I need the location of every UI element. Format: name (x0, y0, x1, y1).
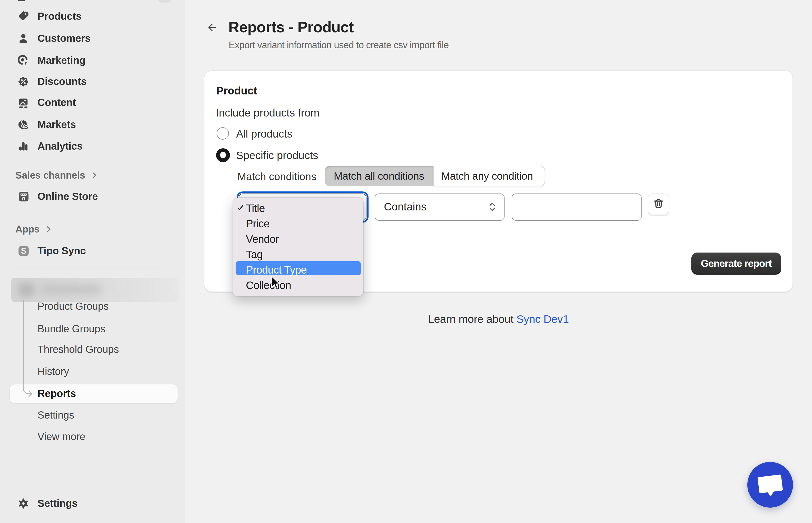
svg-text:S: S (21, 246, 26, 256)
svg-text:$: $ (24, 122, 28, 130)
